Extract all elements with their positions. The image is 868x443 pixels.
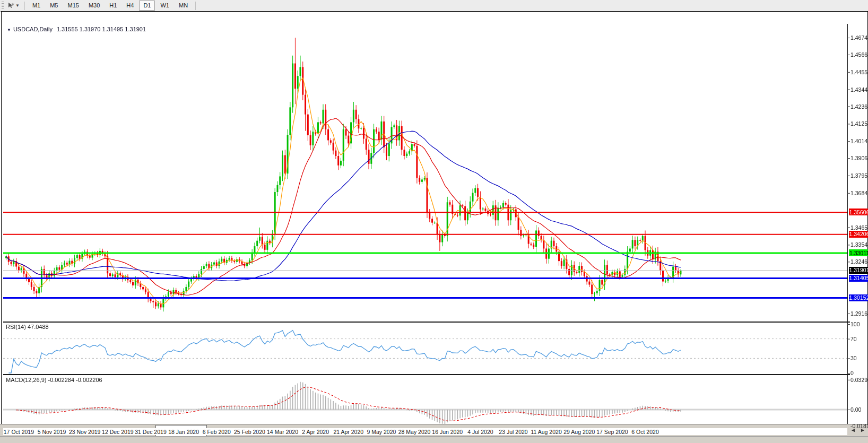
rsi-tick-label: 0 <box>850 370 854 376</box>
price-tick-label: 1.44550 <box>850 69 868 75</box>
chart-symbol-label: USDCAD,Daily <box>13 26 53 32</box>
date-label: 6 Feb 2020 <box>203 429 231 435</box>
price-marker-label: 1.31405 <box>849 275 868 282</box>
date-label: 5 Nov 2019 <box>38 429 66 435</box>
chart-ohlc-values: 1.31555 1.31970 1.31495 1.31901 <box>57 26 146 32</box>
chart-title: ▼USDCAD,Daily1.31555 1.31970 1.31495 1.3… <box>7 26 146 32</box>
date-label: 14 Mar 2020 <box>267 429 298 435</box>
price-marker-label: 1.34206 <box>849 231 868 238</box>
toolbar-separator <box>24 2 25 10</box>
macd-tick-label: 0.032972 <box>850 377 868 383</box>
timeframe-button-group: M1M5M15M30H1H4D1W1MN <box>28 1 193 11</box>
price-marker-label: 1.35606 <box>849 209 868 215</box>
price-tick-label: 1.40140 <box>850 138 868 144</box>
date-label: 9 May 2020 <box>367 429 396 435</box>
date-label: 2 Apr 2020 <box>302 429 329 435</box>
tab-scroll-right-icon[interactable]: ► <box>860 426 866 433</box>
price-tick-label: 1.32460 <box>850 258 868 265</box>
price-marker-label: 1.33011 <box>849 249 868 256</box>
date-label: 18 Jan 2020 <box>168 429 199 435</box>
date-label: 21 Apr 2020 <box>333 429 363 435</box>
tab-bar-edge <box>0 436 868 437</box>
price-tick-label: 1.45660 <box>850 51 868 58</box>
price-marker-label: 1.31901 <box>849 267 868 274</box>
date-label: 23 Jul 2020 <box>499 429 527 435</box>
date-label: 29 Aug 2020 <box>563 429 595 435</box>
price-tick-label: 1.36840 <box>850 190 868 196</box>
date-label: 23 Nov 2019 <box>69 429 101 435</box>
chart-cursor-tool-icon[interactable] <box>6 2 15 10</box>
date-label: 16 Jun 2020 <box>432 429 463 435</box>
price-marker-label: 1.30152 <box>849 294 868 301</box>
toolbar-separator <box>195 2 196 10</box>
toolbar-grip-handle[interactable] <box>2 2 4 10</box>
timeframe-button-w1[interactable]: W1 <box>156 1 173 11</box>
timeframe-button-h4[interactable]: H4 <box>122 1 138 11</box>
tab-scroll-left-icon[interactable]: ◄ <box>850 426 856 433</box>
rsi-tick-label: 100 <box>850 321 860 327</box>
date-label: 17 Oct 2019 <box>4 429 34 435</box>
rsi-tick-label: 30 <box>850 355 857 361</box>
tool-dropdown-caret-icon[interactable]: ▼ <box>15 3 20 8</box>
price-tick-label: 1.41250 <box>850 120 868 127</box>
timeframe-button-m30[interactable]: M30 <box>84 1 104 11</box>
date-axis: 17 Oct 20195 Nov 201923 Nov 201912 Dec 2… <box>3 428 847 435</box>
date-label: 11 Aug 2020 <box>531 429 562 435</box>
price-tick-label: 1.46740 <box>850 34 868 41</box>
collapse-triangle-icon[interactable]: ▼ <box>7 28 11 32</box>
date-label: 12 Dec 2019 <box>102 429 134 435</box>
price-tick-label: 1.39060 <box>850 155 868 161</box>
date-label: 6 Oct 2020 <box>631 429 658 435</box>
timeframe-button-d1[interactable]: D1 <box>139 1 155 11</box>
date-label: 4 Jul 2020 <box>467 429 493 435</box>
price-tick-label: 1.42360 <box>850 103 868 110</box>
chart-window: ▼USDCAD,Daily1.31555 1.31970 1.31495 1.3… <box>1 11 868 424</box>
macd-tick-label: 0.00 <box>850 406 861 413</box>
date-label: 25 Feb 2020 <box>234 429 265 435</box>
price-tick-label: 1.29160 <box>850 310 868 317</box>
timeframe-button-m1[interactable]: M1 <box>28 1 45 11</box>
rsi-indicator-label: RSI(14) 47.0488 <box>6 324 49 330</box>
rsi-tick-label: 70 <box>850 336 857 342</box>
timeframe-button-m15[interactable]: M15 <box>63 1 83 11</box>
date-label: 31 Dec 2019 <box>135 429 167 435</box>
price-tick-label: 1.33540 <box>850 241 868 248</box>
date-label: 17 Sep 2020 <box>596 429 628 435</box>
mt4-terminal: ▼ M1M5M15M30H1H4D1W1MN ▼USDCAD,Daily1.31… <box>0 0 868 443</box>
price-chart-canvas[interactable] <box>3 24 867 428</box>
date-label: 28 May 2020 <box>398 429 431 435</box>
timeframe-toolbar: ▼ M1M5M15M30H1H4D1W1MN <box>0 0 868 12</box>
timeframe-button-h1[interactable]: H1 <box>105 1 121 11</box>
price-tick-label: 1.34650 <box>850 224 868 231</box>
macd-indicator-label: MACD(12,26,9) -0.002284 -0.002206 <box>6 377 102 383</box>
price-tick-label: 1.43440 <box>850 86 868 93</box>
price-tick-label: 1.37950 <box>850 172 868 179</box>
timeframe-button-m5[interactable]: M5 <box>46 1 62 11</box>
timeframe-button-mn[interactable]: MN <box>175 1 192 11</box>
